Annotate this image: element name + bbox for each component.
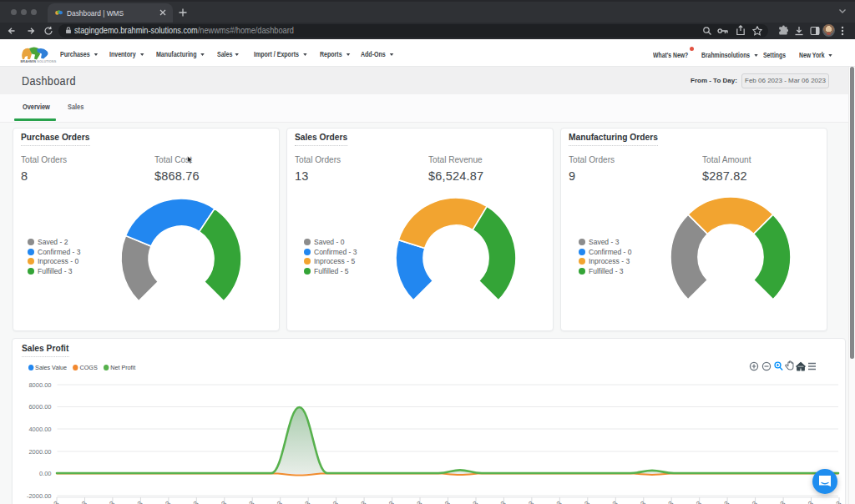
svg-text:6000.00: 6000.00	[28, 403, 51, 411]
svg-text:2000.00: 2000.00	[28, 448, 51, 456]
svg-text:Mar 06 2023: Mar 06 2023	[809, 499, 843, 504]
svg-text:Feb 16 2023: Feb 16 2023	[306, 499, 340, 504]
svg-text:Mar 02 2023: Mar 02 2023	[697, 499, 731, 504]
svg-text:Mar 03 2023: Mar 03 2023	[725, 499, 759, 504]
svg-text:-2000.00: -2000.00	[27, 492, 52, 500]
svg-text:Feb 26 2023: Feb 26 2023	[585, 499, 620, 504]
svg-text:0.00: 0.00	[39, 470, 52, 477]
svg-text:Feb 10 2023: Feb 10 2023	[138, 499, 172, 504]
svg-text:Feb 18 2023: Feb 18 2023	[362, 499, 396, 504]
svg-text:Feb 11 2023: Feb 11 2023	[166, 499, 200, 504]
svg-text:Feb 24 2023: Feb 24 2023	[529, 499, 564, 504]
svg-text:Feb 25 2023: Feb 25 2023	[557, 499, 591, 504]
svg-text:Mar 05 2023: Mar 05 2023	[781, 499, 815, 504]
svg-text:8000.00: 8000.00	[28, 381, 51, 389]
svg-text:Mar 04 2023: Mar 04 2023	[753, 499, 787, 504]
svg-text:Feb 12 2023: Feb 12 2023	[194, 499, 228, 504]
svg-text:Feb 09 2023: Feb 09 2023	[110, 499, 144, 504]
svg-text:Feb 19 2023: Feb 19 2023	[390, 499, 424, 504]
svg-text:Feb 14 2023: Feb 14 2023	[250, 499, 284, 504]
svg-text:Feb 28 2023: Feb 28 2023	[641, 499, 675, 504]
svg-text:Feb 07 2023: Feb 07 2023	[54, 499, 89, 504]
svg-text:Feb 17 2023: Feb 17 2023	[334, 499, 368, 504]
svg-text:Feb 20 2023: Feb 20 2023	[417, 499, 452, 504]
svg-text:Feb 08 2023: Feb 08 2023	[82, 499, 116, 504]
svg-text:Feb 13 2023: Feb 13 2023	[222, 499, 256, 504]
svg-text:Feb 15 2023: Feb 15 2023	[278, 499, 312, 504]
svg-text:4000.00: 4000.00	[28, 426, 51, 433]
svg-text:Feb 22 2023: Feb 22 2023	[473, 499, 508, 504]
svg-text:Feb 21 2023: Feb 21 2023	[446, 499, 480, 504]
svg-text:Feb 27 2023: Feb 27 2023	[613, 499, 647, 504]
svg-text:Mar 01 2023: Mar 01 2023	[669, 499, 703, 504]
svg-text:Feb 06 2023: Feb 06 2023	[27, 499, 61, 504]
svg-text:Feb 23 2023: Feb 23 2023	[501, 499, 535, 504]
